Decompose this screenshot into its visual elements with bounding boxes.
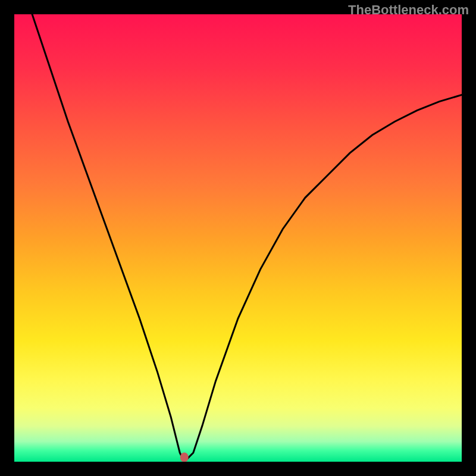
optimal-point-marker: [180, 452, 189, 462]
chart-container: [14, 14, 462, 462]
watermark-text: TheBottleneck.com: [348, 2, 469, 18]
bottleneck-chart: [14, 14, 462, 462]
gradient-background: [14, 14, 462, 462]
